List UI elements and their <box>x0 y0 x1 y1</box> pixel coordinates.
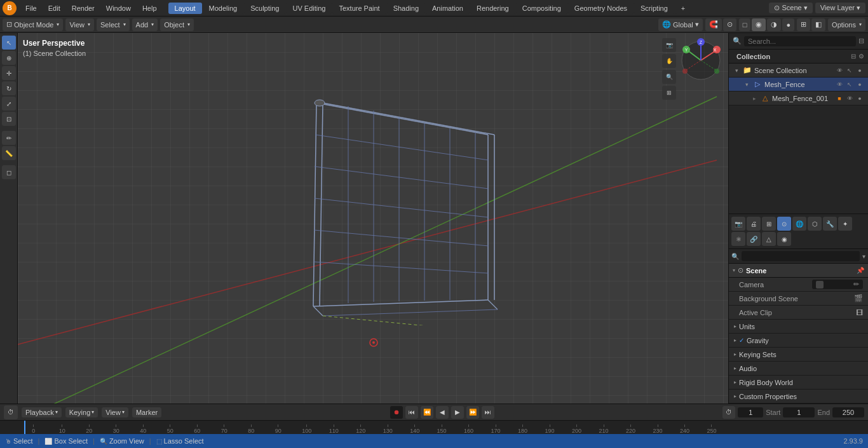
expand-mesh-fence[interactable]: ▾ <box>743 81 750 88</box>
camera-edit-icon[interactable]: ✏ <box>853 280 859 288</box>
keying-btn[interactable]: Keying ▾ <box>65 407 98 417</box>
viewport-select-menu[interactable]: Select <box>97 18 130 31</box>
play-btn[interactable]: ▶ <box>451 406 464 419</box>
timeline-ruler[interactable]: 0102030405060708090100110120130140150160… <box>0 420 868 434</box>
menu-help[interactable]: Help <box>137 3 162 13</box>
menu-file[interactable]: File <box>20 3 42 13</box>
outliner-visibility[interactable]: 👁 <box>835 67 844 74</box>
expand-mesh-fence-001[interactable]: ▸ <box>750 95 758 102</box>
props-data-icon[interactable]: △ <box>762 232 776 246</box>
outliner-filter-icon[interactable]: ⊟ <box>851 53 856 60</box>
menu-edit[interactable]: Edit <box>43 3 65 13</box>
outliner-render[interactable]: ● <box>855 67 864 74</box>
props-scene-icon[interactable]: ⊙ <box>777 217 791 231</box>
tab-texture-paint[interactable]: Texture Paint <box>332 3 386 14</box>
play-reverse-btn[interactable]: ◀ <box>436 406 449 419</box>
step-back-btn[interactable]: ⏪ <box>421 406 433 419</box>
playback-btn[interactable]: Playback ▾ <box>22 407 62 417</box>
viewport-collection-tool[interactable]: ⊞ <box>662 86 676 100</box>
viewport-hand-tool[interactable]: ✋ <box>662 54 676 68</box>
marker-btn[interactable]: Marker <box>132 407 161 417</box>
properties-search-input[interactable] <box>742 251 860 261</box>
record-btn[interactable]: ⏺ <box>390 406 403 419</box>
props-filter-icon[interactable]: ▾ <box>862 253 865 260</box>
tab-animation[interactable]: Animation <box>426 3 470 14</box>
wireframe-toggle[interactable]: □ <box>739 18 751 31</box>
transform-tool[interactable]: ⊡ <box>2 112 16 126</box>
tab-layout[interactable]: Layout <box>168 3 202 14</box>
object-mode-selector[interactable]: ⊡ Object Mode <box>3 18 63 31</box>
viewport-camera-tool[interactable]: 📷 <box>662 38 676 52</box>
measure-tool[interactable]: 📏 <box>2 146 16 160</box>
tab-uv-editing[interactable]: UV Editing <box>286 3 332 14</box>
add-cube-tool[interactable]: ◻ <box>2 165 16 179</box>
scene-selector[interactable]: ⊙ Scene ▾ <box>769 3 812 13</box>
scene-section-header[interactable]: ▾ ⊙ Scene 📌 <box>729 264 868 278</box>
jump-end-btn[interactable]: ⏭ <box>482 406 494 419</box>
rotate-tool[interactable]: ↻ <box>2 81 16 95</box>
menu-window[interactable]: Window <box>101 3 136 13</box>
step-forward-btn[interactable]: ⏩ <box>466 406 479 419</box>
overlay-toggle[interactable]: ⊞ <box>797 18 810 31</box>
annotate-tool[interactable]: ✏ <box>2 131 16 145</box>
tab-add[interactable]: + <box>675 3 691 14</box>
active-clip-icon[interactable]: 🎞 <box>856 309 863 316</box>
fence001-visibility[interactable]: 👁 <box>845 95 854 102</box>
tab-shading[interactable]: Shading <box>387 3 425 14</box>
select-tool[interactable]: ↖ <box>2 36 16 50</box>
props-constraints-icon[interactable]: 🔗 <box>747 232 761 246</box>
jump-start-btn[interactable]: ⏮ <box>405 406 418 419</box>
tab-compositing[interactable]: Compositing <box>516 3 567 14</box>
tab-rendering[interactable]: Rendering <box>470 3 515 14</box>
tab-modeling[interactable]: Modeling <box>203 3 244 14</box>
view-layer-selector[interactable]: View Layer ▾ <box>815 3 865 13</box>
mesh-visibility[interactable]: 👁 <box>835 81 844 88</box>
rendered-preview[interactable]: ● <box>782 18 794 31</box>
scene-pinned-icon[interactable]: 📌 <box>857 267 864 274</box>
viewport-add-menu[interactable]: Add <box>132 18 158 31</box>
units-section[interactable]: ▸ Units <box>729 320 868 334</box>
outliner-settings-icon[interactable]: ⚙ <box>858 53 864 60</box>
outliner-selectable[interactable]: ↖ <box>845 67 854 74</box>
outliner-mesh-fence[interactable]: ▾ ▷ Mesh_Fence 👁 ↖ ● <box>729 78 868 92</box>
proportional-editing[interactable]: ⊙ <box>723 18 736 31</box>
gravity-section[interactable]: ▸ ✓ Gravity <box>729 334 868 348</box>
keying-sets-section[interactable]: ▸ Keying Sets <box>729 348 868 362</box>
outliner-scene-collection[interactable]: ▾ 📁 Scene Collection 👁 ↖ ● <box>729 64 868 78</box>
outliner-search[interactable] <box>744 36 856 46</box>
end-frame-input[interactable]: 250 <box>832 407 864 417</box>
camera-value[interactable]: ✏ <box>812 280 863 289</box>
viewport-object-menu[interactable]: Object <box>160 18 194 31</box>
fence001-render[interactable]: ● <box>855 95 864 102</box>
props-physics-icon[interactable]: ⚛ <box>731 232 745 246</box>
navigation-gizmo[interactable]: X Y Z <box>679 38 723 83</box>
fence001-restrict-color[interactable]: ■ <box>835 95 844 102</box>
solid-mode[interactable]: ◉ <box>752 18 766 31</box>
mesh-render[interactable]: ● <box>855 81 864 88</box>
cursor-tool[interactable]: ⊕ <box>2 51 16 65</box>
props-material-icon[interactable]: ◉ <box>777 232 791 246</box>
tab-sculpting[interactable]: Sculpting <box>244 3 285 14</box>
expand-scene-collection[interactable]: ▾ <box>733 67 740 74</box>
props-render-icon[interactable]: 📷 <box>731 217 745 231</box>
transform-orientation[interactable]: 🌐 Global ▾ <box>658 18 703 31</box>
props-world-icon[interactable]: 🌐 <box>792 217 806 231</box>
3d-viewport[interactable]: User Perspective (1) Scene Collection X … <box>18 33 728 404</box>
mesh-selectable[interactable]: ↖ <box>845 81 854 88</box>
props-particles-icon[interactable]: ✦ <box>838 217 852 231</box>
audio-section[interactable]: ▸ Audio <box>729 362 868 376</box>
scale-tool[interactable]: ⤢ <box>2 97 16 111</box>
frame-time-toggle[interactable]: ⏱ <box>722 406 735 419</box>
menu-render[interactable]: Render <box>67 3 100 13</box>
background-scene-icon[interactable]: 🎬 <box>854 294 863 302</box>
props-output-icon[interactable]: 🖨 <box>747 217 761 231</box>
props-view-layer-icon[interactable]: ⊞ <box>762 217 776 231</box>
tab-geometry-nodes[interactable]: Geometry Nodes <box>568 3 634 14</box>
outliner-mesh-fence-001[interactable]: ▸ △ Mesh_Fence_001 ■ 👁 ● <box>729 92 868 105</box>
current-frame-input[interactable]: 1 <box>738 407 763 417</box>
snap-toggle[interactable]: 🧲 <box>705 18 722 31</box>
timeline-type-selector[interactable]: ⏱ <box>4 405 18 419</box>
move-tool[interactable]: ✛ <box>2 66 16 80</box>
props-modifier-icon[interactable]: 🔧 <box>823 217 837 231</box>
tab-scripting[interactable]: Scripting <box>634 3 674 14</box>
